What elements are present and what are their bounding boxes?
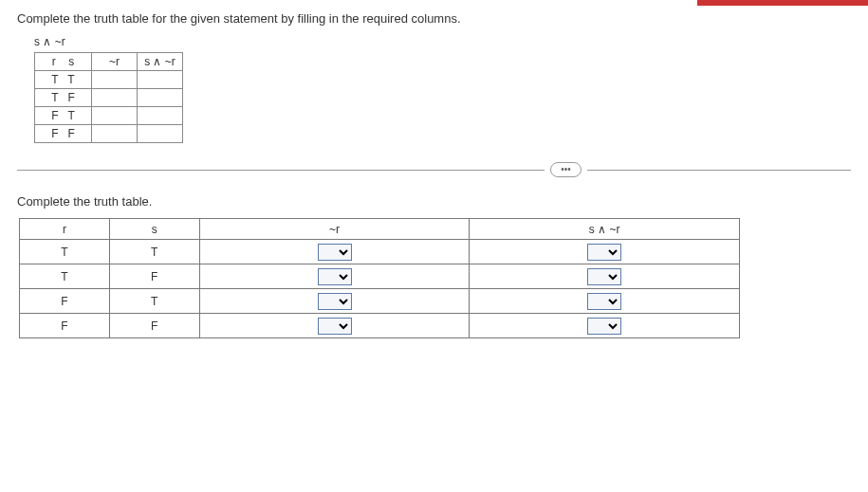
cell-sandnotr-input	[470, 314, 740, 338]
sandnotr-dropdown[interactable]	[587, 244, 621, 261]
cell-notr-input	[199, 289, 470, 314]
notr-dropdown[interactable]	[318, 318, 352, 335]
table-row: F F	[35, 125, 183, 143]
notr-dropdown[interactable]	[318, 293, 352, 310]
cell-r: F	[20, 314, 110, 338]
cell-r: T	[20, 240, 110, 264]
header-rs: r s	[35, 53, 92, 71]
table-row: T T	[35, 71, 183, 89]
notr-dropdown[interactable]	[318, 268, 352, 285]
table-row: T F	[20, 264, 740, 289]
table-row: T T	[20, 240, 740, 264]
cell-s: T	[109, 289, 199, 314]
cell-notr	[92, 71, 138, 89]
cell-r: T	[51, 91, 58, 104]
cell-notr	[92, 107, 138, 125]
cell-sandnotr-input	[470, 289, 740, 314]
cell-notr-input	[199, 314, 470, 338]
instruction-text: Complete the truth table for the given s…	[17, 11, 851, 26]
divider-line	[17, 170, 545, 171]
content-area: Complete the truth table for the given s…	[0, 0, 868, 350]
header-sandnotr: s ∧ ~r	[138, 53, 183, 71]
divider: •••	[17, 162, 851, 177]
cell-s: F	[67, 91, 74, 104]
table-row: F F	[20, 314, 740, 338]
cell-s: T	[67, 109, 74, 122]
header-notr: ~r	[92, 53, 138, 71]
header-notr: ~r	[199, 219, 470, 240]
cell-sandnotr	[138, 89, 183, 107]
expression-text: s ∧ ~r	[34, 35, 851, 48]
cell-sandnotr	[138, 107, 183, 125]
cell-s: F	[109, 314, 199, 338]
cell-sandnotr-input	[470, 264, 740, 289]
cell-r: F	[51, 109, 58, 122]
cell-notr	[92, 89, 138, 107]
cell-r: F	[51, 127, 58, 140]
answer-table: r s ~r s ∧ ~r T T T F F T F F	[19, 218, 740, 338]
ellipsis-button[interactable]: •••	[550, 162, 582, 177]
cell-sandnotr	[138, 71, 183, 89]
cell-s: F	[109, 264, 199, 289]
reference-table: r s ~r s ∧ ~r T T T F F T F F	[34, 52, 183, 143]
cell-r: F	[20, 289, 110, 314]
header-r: r	[20, 219, 110, 240]
table-row: F T	[20, 289, 740, 314]
accent-bar	[697, 0, 868, 6]
divider-line	[587, 170, 851, 171]
cell-notr-input	[199, 264, 470, 289]
cell-s: F	[68, 127, 75, 140]
cell-s: T	[109, 240, 199, 264]
cell-sandnotr	[138, 125, 183, 143]
cell-notr-input	[199, 240, 470, 264]
header-s: s	[68, 55, 74, 68]
sandnotr-dropdown[interactable]	[587, 318, 621, 335]
cell-r: T	[51, 73, 58, 86]
cell-notr	[92, 125, 138, 143]
cell-sandnotr-input	[470, 240, 740, 264]
cell-r: T	[20, 264, 110, 289]
table-row: F T	[35, 107, 183, 125]
cell-s: T	[67, 73, 74, 86]
sub-instruction-text: Complete the truth table.	[17, 194, 851, 209]
header-r: r	[52, 55, 56, 68]
table-row: T F	[35, 89, 183, 107]
notr-dropdown[interactable]	[318, 244, 352, 261]
header-sandnotr: s ∧ ~r	[470, 219, 740, 240]
sandnotr-dropdown[interactable]	[587, 268, 621, 285]
sandnotr-dropdown[interactable]	[587, 293, 621, 310]
header-s: s	[109, 219, 199, 240]
